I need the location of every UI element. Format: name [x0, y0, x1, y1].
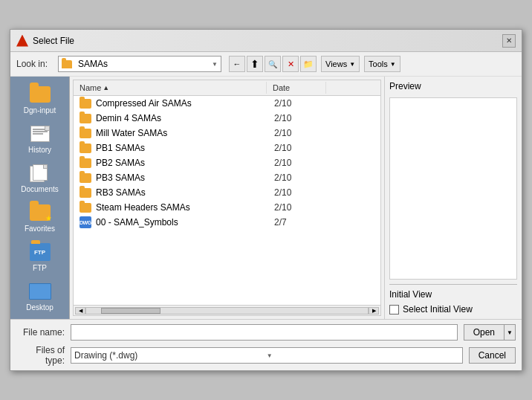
file-date-text: 2/10	[274, 187, 319, 198]
back-button[interactable]: ←	[229, 56, 245, 72]
file-name-text: Steam Headers SAMAs	[96, 202, 274, 213]
favorites-icon: ★	[28, 202, 52, 223]
file-name-text: PB1 SAMAs	[96, 143, 274, 153]
views-label: Views	[325, 59, 347, 68]
toolbar: Look in: SAMAs ▼ ← ⬆ 🔍 ✕ 📁 Views ▼ Tools…	[10, 52, 522, 77]
file-date-text: 2/10	[274, 143, 319, 153]
tools-button[interactable]: Tools ▼	[364, 56, 400, 72]
list-item[interactable]: DWG00 - SAMA_Symbols2/7	[74, 215, 380, 230]
initial-view-label: Initial View	[389, 289, 517, 300]
file-list-header: Name ▲ Date	[74, 80, 380, 96]
file-date-text: 2/10	[274, 172, 319, 183]
look-in-arrow-icon: ▼	[212, 61, 218, 68]
scroll-left-button[interactable]: ◀	[75, 307, 85, 314]
up-folder-button[interactable]: ⬆	[247, 56, 263, 72]
title-bar: Select File ✕	[10, 30, 522, 52]
sidebar: Dgn-input History	[10, 77, 70, 319]
main-area: Dgn-input History	[10, 77, 522, 319]
views-button[interactable]: Views ▼	[321, 56, 360, 72]
file-name-label: File name:	[16, 327, 65, 338]
dialog-title: Select File	[33, 36, 74, 46]
list-item[interactable]: PB3 SAMAs2/10	[74, 170, 380, 185]
dwg-file-icon: DWG	[80, 216, 91, 228]
file-list-area: Name ▲ Date Compressed Air SAMAs2/10Demi…	[73, 80, 381, 316]
list-item[interactable]: Mill Water SAMAs2/10	[74, 126, 380, 141]
list-item[interactable]: PB1 SAMAs2/10	[74, 141, 380, 155]
folder-icon	[80, 114, 91, 123]
file-date-text: 2/10	[274, 202, 319, 213]
sidebar-label-documents: Documents	[21, 185, 59, 193]
dwg-icon-label: DWG	[80, 220, 91, 225]
preview-panel: Preview Initial View Select Initial View	[384, 77, 522, 319]
ftp-icon: FTP	[28, 242, 52, 262]
tools-dropdown-icon: ▼	[390, 61, 396, 68]
horizontal-scrollbar[interactable]: ◀ ▶	[74, 305, 380, 315]
tools-label: Tools	[369, 59, 388, 68]
column-header-name[interactable]: Name ▲	[74, 82, 267, 94]
sidebar-item-history[interactable]: History	[13, 120, 67, 157]
list-item[interactable]: Demin 4 SAMAs2/10	[74, 111, 380, 126]
scroll-right-button[interactable]: ▶	[369, 307, 379, 314]
file-date-text: 2/10	[274, 158, 319, 168]
files-of-type-label: Files of type:	[16, 345, 65, 366]
sidebar-item-desktop[interactable]: Desktop	[13, 278, 67, 314]
look-in-folder-icon	[62, 60, 72, 68]
history-icon	[28, 123, 52, 144]
preview-label: Preview	[389, 81, 517, 91]
folder-icon	[80, 129, 91, 138]
file-date-text: 2/7	[274, 217, 319, 228]
files-of-type-dropdown[interactable]: Drawing (*.dwg) ▼	[71, 347, 463, 364]
file-date-text: 2/10	[274, 98, 319, 109]
sidebar-item-documents[interactable]: Documents	[13, 160, 67, 196]
cancel-button[interactable]: Cancel	[469, 347, 516, 364]
close-button[interactable]: ✕	[502, 34, 516, 48]
open-button-group: Open ▼	[464, 324, 516, 341]
file-name-text: Mill Water SAMAs	[96, 128, 274, 138]
file-list: Compressed Air SAMAs2/10Demin 4 SAMAs2/1…	[74, 96, 380, 305]
file-name-text: PB3 SAMAs	[96, 172, 274, 183]
desktop-icon	[28, 281, 52, 302]
sidebar-label-desktop: Desktop	[26, 303, 53, 312]
open-button[interactable]: Open	[464, 324, 504, 341]
delete-button[interactable]: ✕	[282, 56, 299, 72]
favorites-folder-icon: ★	[30, 204, 51, 221]
folder-icon	[80, 99, 91, 109]
scrollbar-thumb[interactable]	[101, 308, 160, 314]
list-item[interactable]: Steam Headers SAMAs2/10	[74, 200, 380, 215]
file-name-text: PB2 SAMAs	[96, 158, 274, 168]
files-of-type-row: Files of type: Drawing (*.dwg) ▼ Cancel	[16, 345, 516, 366]
file-date-text: 2/10	[274, 113, 319, 123]
select-initial-view-label[interactable]: Select Initial View	[403, 304, 473, 314]
folder-icon	[30, 86, 51, 103]
file-name-row: File name: Open ▼	[16, 324, 516, 341]
list-item[interactable]: PB2 SAMAs2/10	[74, 155, 380, 170]
look-in-label: Look in:	[16, 59, 53, 69]
sidebar-item-favorites[interactable]: ★ Favorites	[13, 199, 67, 236]
folder-icon	[80, 203, 91, 213]
select-file-dialog: Select File ✕ Look in: SAMAs ▼ ← ⬆ 🔍 ✕ 📁…	[10, 29, 522, 371]
list-item[interactable]: RB3 SAMAs2/10	[74, 185, 380, 200]
sidebar-item-dgn-input[interactable]: Dgn-input	[13, 81, 67, 117]
file-name-field[interactable]	[71, 324, 458, 341]
look-in-dropdown[interactable]: SAMAs ▼	[58, 56, 221, 72]
initial-view-checkbox-row: Select Initial View	[389, 304, 517, 314]
bottom-area: File name: Open ▼ Files of type: Drawing…	[10, 319, 522, 370]
sidebar-label-ftp: FTP	[33, 264, 47, 272]
sidebar-item-ftp[interactable]: FTP FTP	[13, 239, 67, 275]
file-date-text: 2/10	[274, 128, 319, 138]
open-dropdown-button[interactable]: ▼	[504, 324, 516, 341]
sidebar-label-dgn-input: Dgn-input	[24, 106, 56, 114]
file-name-text: Compressed Air SAMAs	[96, 98, 274, 109]
column-header-date[interactable]: Date	[267, 82, 326, 94]
documents-icon	[28, 163, 52, 184]
scrollbar-track[interactable]	[85, 307, 369, 314]
folder-icon	[80, 173, 91, 183]
new-folder-button[interactable]: 📁	[300, 56, 317, 72]
files-of-type-value: Drawing (*.dwg)	[74, 350, 267, 361]
list-item[interactable]: Compressed Air SAMAs2/10	[74, 96, 380, 111]
file-name-input[interactable]	[74, 327, 454, 338]
search-web-button[interactable]: 🔍	[265, 56, 281, 72]
select-initial-view-checkbox[interactable]	[389, 305, 399, 314]
title-bar-left: Select File	[16, 35, 74, 47]
file-name-text: Demin 4 SAMAs	[96, 113, 274, 123]
